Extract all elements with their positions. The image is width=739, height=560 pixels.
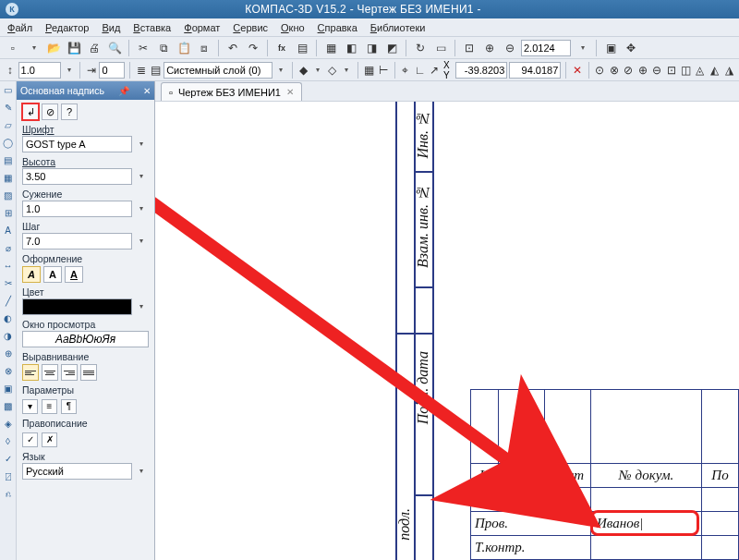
step-input[interactable] bbox=[99, 62, 125, 79]
osnap-end-icon[interactable]: ✕ bbox=[571, 61, 584, 79]
tool-b-icon[interactable]: ◨ bbox=[362, 39, 381, 57]
align-center-button[interactable] bbox=[42, 364, 58, 381]
osnap-4-icon[interactable]: ⊕ bbox=[636, 61, 649, 79]
lt-22-icon[interactable]: ✓ bbox=[1, 452, 16, 467]
line-style-icon[interactable]: ↕ bbox=[4, 61, 17, 79]
lt-8-icon[interactable]: ⊞ bbox=[1, 206, 16, 221]
zoom-scale-input[interactable] bbox=[521, 40, 571, 56]
lt-23-icon[interactable]: ⍁ bbox=[1, 469, 16, 484]
lt-19-icon[interactable]: ▩ bbox=[1, 399, 16, 414]
drawing-canvas[interactable]: Инв. № Взам. инв. № Подп. дата подл. И Л… bbox=[155, 102, 739, 560]
lt-2-icon[interactable]: ✎ bbox=[1, 101, 16, 116]
tab-close-icon[interactable]: ✕ bbox=[286, 87, 294, 97]
menu-window[interactable]: Окно bbox=[281, 22, 305, 33]
align-left-button[interactable] bbox=[22, 364, 39, 381]
lt-17-icon[interactable]: ⊗ bbox=[1, 364, 16, 379]
lt-13-icon[interactable]: ╱ bbox=[1, 294, 16, 309]
hatch-icon[interactable]: ▦ bbox=[362, 61, 375, 79]
fit-icon[interactable]: ▣ bbox=[601, 39, 620, 57]
layer-icon[interactable]: ≣ bbox=[135, 61, 148, 79]
paste-icon[interactable]: 📋 bbox=[175, 39, 193, 57]
menu-help[interactable]: Справка bbox=[318, 22, 357, 33]
copy-icon[interactable]: ⧉ bbox=[154, 39, 173, 57]
lt-1-icon[interactable]: ▭ bbox=[1, 83, 16, 98]
cancel-object-button[interactable]: ⊘ bbox=[42, 103, 58, 120]
lt-3-icon[interactable]: ▱ bbox=[1, 118, 16, 133]
lt-11-icon[interactable]: ↔ bbox=[1, 259, 16, 274]
lt-16-icon[interactable]: ⊕ bbox=[1, 347, 16, 361]
lt-20-icon[interactable]: ◈ bbox=[1, 417, 16, 432]
zoom-out-icon[interactable]: ⊖ bbox=[501, 39, 519, 57]
spell-off-button[interactable]: ✗ bbox=[42, 432, 57, 447]
ortho-icon[interactable]: ∟ bbox=[414, 61, 427, 79]
lang-select[interactable] bbox=[22, 463, 132, 480]
cut-icon[interactable]: ✂ bbox=[134, 39, 152, 57]
close-panel-icon[interactable]: ✕ bbox=[143, 86, 151, 96]
row-dev[interactable]: Разраб. bbox=[471, 488, 591, 512]
menu-insert[interactable]: Вставка bbox=[133, 22, 171, 33]
lt-4-icon[interactable]: ◯ bbox=[1, 136, 16, 151]
lt-18-icon[interactable]: ▣ bbox=[1, 382, 16, 396]
step-value-input[interactable] bbox=[22, 233, 132, 250]
osnap-10-icon[interactable]: ◮ bbox=[722, 61, 735, 79]
measure-icon[interactable]: ▭ bbox=[431, 39, 450, 57]
spell-on-button[interactable]: ✓ bbox=[22, 432, 38, 447]
new-dd[interactable]: ▾ bbox=[24, 39, 42, 57]
zoom-in-icon[interactable]: ⊕ bbox=[480, 39, 499, 57]
redo-icon[interactable]: ↷ bbox=[244, 39, 262, 57]
grid-icon[interactable]: ▦ bbox=[321, 39, 340, 57]
new-icon[interactable]: ▫ bbox=[4, 39, 22, 57]
align-right-button[interactable] bbox=[61, 364, 78, 381]
align-justify-button[interactable] bbox=[80, 364, 97, 381]
pan-icon[interactable]: ✥ bbox=[622, 39, 640, 57]
lt-14-icon[interactable]: ◐ bbox=[1, 311, 16, 326]
lt-10-icon[interactable]: ⌀ bbox=[1, 241, 16, 256]
preview-icon[interactable]: 🔍 bbox=[105, 39, 124, 57]
lt-9-icon[interactable]: A bbox=[1, 224, 16, 238]
undo-icon[interactable]: ↶ bbox=[224, 39, 242, 57]
narrow-input[interactable] bbox=[22, 201, 132, 217]
font-select[interactable] bbox=[22, 136, 132, 152]
param-2-button[interactable]: ≡ bbox=[42, 399, 57, 414]
create-object-button[interactable]: ↲ bbox=[22, 103, 39, 120]
save-icon[interactable]: 💾 bbox=[65, 39, 83, 57]
param-1-button[interactable]: ▾ bbox=[22, 399, 38, 414]
pin-icon[interactable]: 📌 bbox=[118, 86, 129, 96]
menu-libs[interactable]: Библиотеки bbox=[370, 22, 426, 33]
tool-c-icon[interactable]: ◩ bbox=[382, 39, 401, 57]
row-check[interactable]: Пров. bbox=[471, 512, 591, 536]
refresh-icon[interactable]: ↻ bbox=[411, 39, 430, 57]
tool-a-icon[interactable]: ◧ bbox=[342, 39, 360, 57]
menu-file[interactable]: Файл bbox=[7, 22, 32, 33]
color-icon[interactable]: ◆ bbox=[297, 61, 309, 79]
fill-icon[interactable]: ◇ bbox=[326, 61, 339, 79]
open-icon[interactable]: 📂 bbox=[44, 39, 63, 57]
menu-service[interactable]: Сервис bbox=[233, 22, 268, 33]
lt-15-icon[interactable]: ◑ bbox=[1, 329, 16, 344]
menu-format[interactable]: Формат bbox=[184, 22, 220, 33]
lt-24-icon[interactable]: ⎌ bbox=[1, 487, 16, 502]
osnap-7-icon[interactable]: ◫ bbox=[680, 61, 693, 79]
lt-12-icon[interactable]: ✂ bbox=[1, 276, 16, 291]
props-icon[interactable]: ⧈ bbox=[195, 39, 213, 57]
param-3-button[interactable]: ¶ bbox=[61, 399, 77, 414]
lt-21-icon[interactable]: ◊ bbox=[1, 434, 16, 449]
row-tcontr[interactable]: Т.контр. bbox=[471, 536, 591, 560]
vars-icon[interactable]: ▤ bbox=[293, 39, 311, 57]
osnap-1-icon[interactable]: ⊙ bbox=[593, 61, 606, 79]
step-toggle-icon[interactable]: ⇥ bbox=[85, 61, 98, 79]
bold-toggle[interactable]: A bbox=[43, 266, 62, 283]
coord-x-input[interactable] bbox=[455, 62, 507, 79]
print-icon[interactable]: 🖨 bbox=[85, 39, 103, 57]
menu-view[interactable]: Вид bbox=[102, 22, 120, 33]
osnap-2-icon[interactable]: ⊗ bbox=[608, 61, 621, 79]
coord-y-input[interactable] bbox=[509, 62, 561, 79]
linewidth-input[interactable] bbox=[18, 62, 61, 79]
osnap-3-icon[interactable]: ⊘ bbox=[622, 61, 635, 79]
zoom-window-icon[interactable]: ⊡ bbox=[460, 39, 479, 57]
fx-icon[interactable]: fx bbox=[273, 39, 291, 57]
lt-5-icon[interactable]: ▤ bbox=[1, 153, 16, 168]
osnap-6-icon[interactable]: ⊡ bbox=[665, 61, 678, 79]
snap-icon[interactable]: ⌖ bbox=[399, 61, 412, 79]
osnap-5-icon[interactable]: ⊖ bbox=[650, 61, 663, 79]
